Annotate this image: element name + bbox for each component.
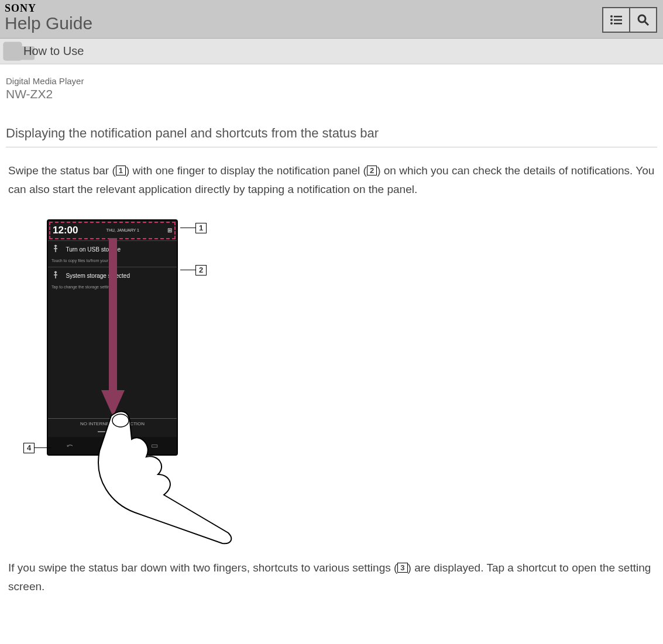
svg-rect-5 <box>614 23 622 25</box>
ref-1-icon: 1 <box>116 166 126 175</box>
swipe-down-arrow-icon <box>98 238 128 419</box>
search-icon <box>637 13 650 26</box>
hand-illustration <box>88 410 240 545</box>
callout-box: 1 <box>195 223 207 233</box>
callout-line <box>180 228 195 228</box>
figure-notification-panel: 12:00 THU, JANUARY 1 ⊞ Turn on USB stora… <box>23 217 257 545</box>
toc-button[interactable] <box>602 7 630 33</box>
search-button[interactable] <box>629 7 657 33</box>
svg-rect-3 <box>614 19 622 21</box>
phone-status-bar: 12:00 THU, JANUARY 1 ⊞ <box>49 222 176 239</box>
svg-point-4 <box>610 22 613 25</box>
callout-1: 1 <box>180 223 207 233</box>
content: Digital Media Player NW-ZX2 Displaying t… <box>0 64 663 631</box>
status-time: 12:00 <box>53 225 78 236</box>
site-title: Help Guide <box>5 13 658 33</box>
quick-settings-icon: ⊞ <box>167 227 172 233</box>
callout-4: 4 <box>23 443 51 453</box>
page-title: Displaying the notification panel and sh… <box>6 126 657 147</box>
svg-point-6 <box>638 15 645 22</box>
callout-line <box>180 270 195 270</box>
header-buttons <box>603 7 657 33</box>
ref-3-icon: 3 <box>397 563 407 573</box>
product-type: Digital Media Player <box>6 76 657 86</box>
breadcrumb[interactable]: How to Use <box>0 39 663 64</box>
header: SONY Help Guide <box>0 0 663 39</box>
breadcrumb-decoration <box>0 39 41 64</box>
text: ) with one finger to display the notific… <box>126 164 367 177</box>
callout-box: 2 <box>195 265 207 275</box>
usb-icon <box>51 271 60 279</box>
brand-logo: SONY <box>5 2 658 15</box>
status-date: THU, JANUARY 1 <box>106 228 139 232</box>
svg-line-7 <box>645 22 648 25</box>
paragraph-2: If you swipe the status bar down with tw… <box>6 559 657 597</box>
usb-icon <box>51 244 60 253</box>
callout-2: 2 <box>180 265 207 275</box>
svg-point-12 <box>112 414 129 427</box>
svg-rect-10 <box>109 238 117 396</box>
callout-box: 4 <box>23 443 35 453</box>
svg-point-0 <box>610 15 613 18</box>
list-icon <box>610 15 623 25</box>
paragraph-1: Swipe the status bar (1) with one finger… <box>6 161 657 199</box>
ref-2-icon: 2 <box>367 166 377 175</box>
text: If you swipe the status bar down with tw… <box>8 562 397 574</box>
svg-rect-1 <box>614 16 622 18</box>
svg-point-2 <box>610 19 613 21</box>
back-icon: ⤺ <box>67 441 73 450</box>
product-model: NW-ZX2 <box>6 87 657 101</box>
svg-rect-9 <box>16 46 35 60</box>
text: Swipe the status bar ( <box>8 164 116 177</box>
callout-line <box>35 447 51 448</box>
